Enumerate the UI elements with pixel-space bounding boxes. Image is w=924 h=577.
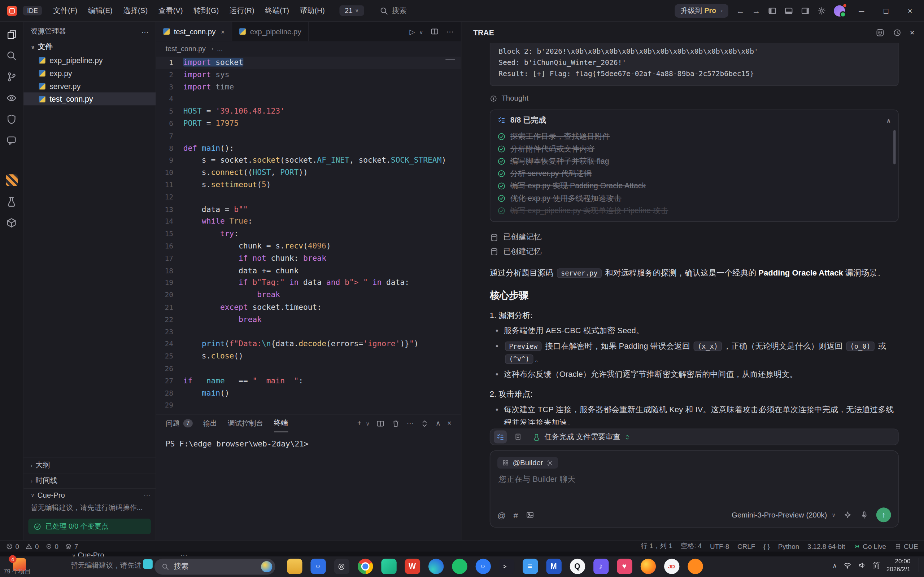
close-trae-icon[interactable]: × (910, 28, 914, 37)
close-panel-icon[interactable]: × (447, 419, 451, 427)
resize-panel-icon[interactable] (420, 419, 429, 428)
source-control-icon[interactable] (6, 71, 17, 82)
user-avatar[interactable] (834, 5, 845, 16)
code-line[interactable]: 25 s.close() (156, 351, 461, 363)
timeline-section[interactable]: › 时间线 (23, 473, 155, 488)
construction-warning-icon[interactable] (6, 174, 18, 186)
search-view-icon[interactable] (6, 50, 17, 61)
microphone-icon[interactable] (860, 511, 868, 519)
memory-created-row[interactable]: 已创建记忆 (490, 230, 899, 244)
taskbar-app-qq[interactable]: Q (569, 558, 585, 574)
taskbar-app-chrome[interactable] (357, 558, 373, 574)
taskbar-app-music[interactable]: ♪ (593, 558, 609, 574)
ime-indicator[interactable]: 简 (873, 560, 880, 570)
chat-input-placeholder[interactable]: 您正在与 Builder 聊天 (490, 469, 898, 490)
menu-run[interactable]: 运行(R) (224, 4, 260, 18)
taskbar-app-dark-app[interactable]: ◎ (333, 558, 349, 574)
code-line[interactable]: 28 main() (156, 387, 461, 399)
taskbar-app-pink-app[interactable]: ♥ (617, 558, 632, 574)
model-selector[interactable]: Gemini-3-Pro-Preview (200k) ∨ (732, 511, 835, 519)
code-line[interactable]: 22 break (156, 314, 461, 326)
send-button[interactable]: ↑ (876, 508, 891, 522)
taskbar-app-settings[interactable]: ○ (310, 558, 326, 574)
code-line[interactable]: 8def main(): (156, 142, 461, 154)
file-item[interactable]: exp_pipeline.py (23, 54, 155, 67)
chat-bubble-icon[interactable] (6, 135, 17, 146)
breadcrumb-more[interactable]: ... (217, 45, 223, 53)
code-line[interactable]: 15 try: (156, 228, 461, 240)
code-line[interactable]: 2import sys (156, 69, 461, 81)
taskbar-app-taobao[interactable] (687, 558, 703, 574)
panel-tab-终端[interactable]: 终端 (274, 414, 288, 432)
forward-button[interactable]: → (752, 6, 761, 15)
split-editor-icon[interactable] (430, 27, 439, 36)
task-status[interactable]: 任务完成 文件需要审查 (533, 432, 631, 442)
code-line[interactable]: 29 (156, 399, 461, 411)
code-line[interactable]: 18 data += chunk (156, 265, 461, 277)
settings-gear-icon[interactable] (817, 6, 826, 15)
toggle-panel-icon[interactable] (785, 6, 793, 15)
taskbar-app-green-browser[interactable] (452, 558, 467, 574)
thought-row[interactable]: Thought (490, 94, 899, 102)
clock[interactable]: 20:00 2026/2/1 (887, 558, 911, 573)
feedback-icon[interactable] (876, 28, 884, 37)
close-window-button[interactable]: × (902, 6, 918, 15)
status-dot[interactable]: 0 (45, 542, 58, 550)
taskbar-app-firefox[interactable] (640, 558, 656, 574)
code-line[interactable]: 14 while True: (156, 216, 461, 228)
status-stack[interactable]: 7 (65, 542, 78, 550)
status-Python[interactable]: Python (778, 542, 799, 550)
taskbar-app-trae-ide[interactable] (381, 558, 397, 574)
cuepro-section[interactable]: ∨ Cue-Pro ··· (23, 488, 155, 501)
back-button[interactable]: ← (736, 6, 745, 15)
editor-more-actions-icon[interactable]: ··· (446, 27, 454, 36)
menu-goto[interactable]: 转到(G) (188, 4, 224, 18)
code-line[interactable]: 4 (156, 93, 461, 106)
outline-section[interactable]: › 大纲 (23, 458, 155, 473)
breadcrumb-file[interactable]: test_conn.py (166, 45, 206, 53)
mention-button[interactable]: @ (498, 510, 506, 520)
code-line[interactable]: 16 chunk = s.recv(4096) (156, 240, 461, 253)
code-line[interactable]: 24 print(f"Data:\n{data.decode(errors='i… (156, 338, 461, 351)
file-item[interactable]: test_conn.py (23, 92, 155, 105)
code-line[interactable]: 5HOST = '39.106.48.123' (156, 106, 461, 118)
chat-input-box[interactable]: @Builder 您正在与 Builder 聊天 @ # Gemini-3-Pr… (490, 450, 899, 528)
panel-tab-输出[interactable]: 输出 (203, 414, 217, 432)
maximize-panel-icon[interactable]: ∧ (436, 419, 441, 427)
taskbar-app-notepad[interactable]: ≡ (522, 558, 538, 574)
panel-tab-问题[interactable]: 问题7 (166, 414, 192, 432)
code-line[interactable]: 9 s = socket.socket(socket.AF_INET, sock… (156, 154, 461, 167)
taskbar-app-jd[interactable]: JD (663, 558, 679, 574)
code-line[interactable]: 17 if not chunk: break (156, 253, 461, 265)
code-line[interactable]: 10 s.connect((HOST, PORT)) (156, 167, 461, 179)
maximize-button[interactable]: □ (878, 6, 894, 15)
code-line[interactable]: 1import socket (156, 56, 461, 69)
wifi-icon[interactable] (843, 561, 852, 569)
new-terminal-button[interactable]: + ∨ (357, 419, 370, 427)
terminal-prompt[interactable]: PS F:\edge browser\web-2day\21> (156, 432, 461, 455)
more-actions-icon[interactable]: ··· (144, 491, 151, 500)
panel-more-actions-icon[interactable]: ··· (407, 419, 414, 427)
taskbar-app-file-explorer[interactable] (286, 558, 302, 574)
toggle-secondary-sidebar-icon[interactable] (801, 6, 809, 15)
history-icon[interactable] (893, 28, 901, 37)
code-line[interactable]: 11 s.settimeout(5) (156, 179, 461, 191)
status-Go Live[interactable]: Go Live (853, 542, 886, 550)
code-line[interactable]: 12 (156, 191, 461, 203)
status-CRLF[interactable]: CRLF (737, 542, 755, 550)
editor-tab[interactable]: test_conn.py× (156, 22, 233, 41)
code-line[interactable]: 21 except socket.timeout: (156, 301, 461, 314)
tray-expand-icon[interactable]: ∧ (833, 562, 837, 568)
file-changes-button[interactable] (512, 430, 525, 443)
explorer-icon[interactable] (6, 29, 17, 40)
menu-file[interactable]: 文件(F) (48, 4, 82, 18)
code-line[interactable]: 3import time (156, 81, 461, 93)
command-search[interactable]: 搜索 (380, 6, 406, 16)
code-line[interactable]: 27if __name__ == "__main__": (156, 375, 461, 387)
taskbar-search[interactable]: 搜索 (155, 559, 275, 574)
toggle-sidebar-icon[interactable] (768, 6, 777, 15)
show-desktop-handle[interactable] (919, 558, 919, 572)
code-line[interactable]: 26 (156, 363, 461, 375)
status-CUE[interactable]: CUE (894, 542, 918, 550)
extensions-box-icon[interactable] (6, 217, 17, 228)
